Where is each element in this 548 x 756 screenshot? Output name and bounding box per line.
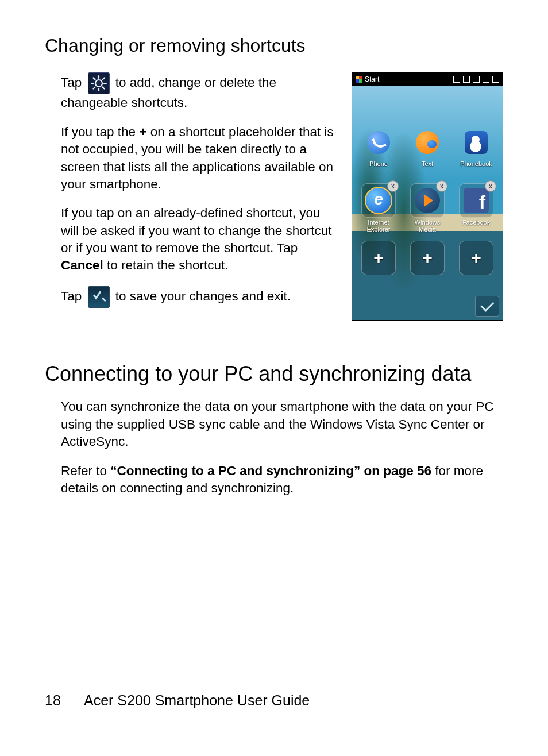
svg-point-0 xyxy=(95,80,102,87)
app-label: Internet Explorer xyxy=(367,219,391,233)
app-windows-media: x Windows Media xyxy=(405,183,450,236)
app-facebook: fx Facebook xyxy=(454,183,499,236)
app-phone: Phone xyxy=(356,126,401,179)
wifi-icon xyxy=(473,76,480,83)
svg-line-8 xyxy=(93,87,95,89)
text-fragment: Refer to xyxy=(61,464,110,478)
close-icon: x xyxy=(387,180,399,192)
close-icon: x xyxy=(436,180,447,192)
page-footer: 18 Acer S200 Smartphone User Guide xyxy=(45,686,503,709)
page-number: 18 xyxy=(45,692,64,709)
start-label: Start xyxy=(365,75,379,83)
heading-connecting-pc: Connecting to your PC and synchronizing … xyxy=(45,361,503,387)
section2-text: You can synchronize the data on your sma… xyxy=(45,398,503,497)
app-placeholder: + xyxy=(454,241,499,294)
battery-icon xyxy=(492,76,499,83)
app-phonebook: Phonebook xyxy=(454,126,499,179)
status-icon xyxy=(453,76,460,83)
phone-statusbar: Start xyxy=(352,73,503,86)
signal-icon xyxy=(463,76,470,83)
svg-line-5 xyxy=(93,78,95,80)
plus-placeholder-icon: + xyxy=(410,241,445,275)
fb-app-icon: fx xyxy=(459,183,493,218)
windows-flag-icon xyxy=(356,76,362,83)
para-already-defined: If you tap on an already-defined shortcu… xyxy=(61,205,341,275)
app-label: Text xyxy=(422,161,433,168)
ie-app-icon: x xyxy=(361,183,396,218)
text-fragment: If you tap the xyxy=(61,125,139,139)
app-label: Phone xyxy=(369,161,388,168)
text-app-icon xyxy=(411,126,444,159)
heading-changing-shortcuts: Changing or removing shortcuts xyxy=(45,34,503,56)
app-placeholder: + xyxy=(405,241,450,294)
wm-app-icon: x xyxy=(410,183,445,218)
para-refer-to: Refer to “Connecting to a PC and synchro… xyxy=(61,462,503,497)
svg-line-7 xyxy=(102,78,104,80)
phone-app-grid: Phone Text Phonebook x Internet Explorer… xyxy=(352,126,503,294)
text-fragment: to save your changes and exit. xyxy=(115,289,291,303)
para-tap-gear: Tap xyxy=(61,72,341,111)
app-placeholder: + xyxy=(356,241,401,294)
text-fragment: Tap xyxy=(61,289,86,303)
text-fragment: to retain the shortcut. xyxy=(103,258,229,272)
bold-crossref: “Connecting to a PC and synchronizing” o… xyxy=(110,464,431,478)
close-icon: x xyxy=(485,180,496,192)
app-label: Windows Media xyxy=(415,219,441,233)
para-tap-save: Tap to save your changes and exit. xyxy=(61,286,341,308)
phone-app-icon xyxy=(362,126,395,159)
plus-glyph: + xyxy=(139,125,146,139)
gear-icon xyxy=(88,72,110,94)
svg-line-6 xyxy=(102,87,104,89)
bold-cancel: Cancel xyxy=(61,258,103,272)
footer-title: Acer S200 Smartphone User Guide xyxy=(84,692,310,709)
text-fragment: Tap xyxy=(61,75,86,90)
app-label: Facebook xyxy=(462,219,490,226)
checkmark-icon xyxy=(88,286,110,308)
app-ie: x Internet Explorer xyxy=(356,183,401,236)
plus-placeholder-icon: + xyxy=(459,241,493,275)
para-sync-description: You can synchronize the data on your sma… xyxy=(61,398,503,450)
para-tap-plus: If you tap the + on a shortcut placehold… xyxy=(61,124,341,194)
volume-icon xyxy=(483,76,489,83)
section1-text: Tap xyxy=(45,72,341,321)
phonebook-app-icon xyxy=(460,126,493,159)
save-check-icon xyxy=(475,296,499,317)
app-label: Phonebook xyxy=(460,161,492,168)
text-fragment: If you tap on an already-defined shortcu… xyxy=(61,206,332,255)
phone-screenshot: Start 12:00PM Phone xyxy=(352,72,503,321)
plus-placeholder-icon: + xyxy=(361,241,396,275)
app-text: Text xyxy=(405,126,450,179)
